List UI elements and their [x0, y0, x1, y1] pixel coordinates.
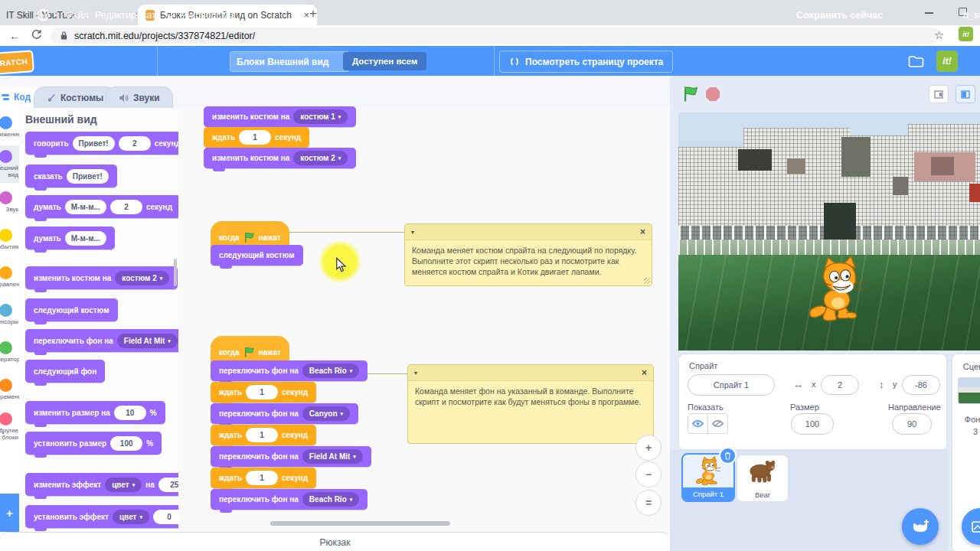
- collapse-caret-icon[interactable]: ▾: [411, 229, 414, 236]
- show-hidden-button[interactable]: [708, 413, 728, 434]
- block-input[interactable]: 1: [246, 385, 278, 399]
- palette-scrollbar[interactable]: [174, 259, 177, 286]
- comment-header[interactable]: ▾ ×: [405, 224, 652, 240]
- window-minimize-button[interactable]: [925, 12, 933, 14]
- zoom-reset-button[interactable]: =: [635, 490, 662, 516]
- zoom-in-button[interactable]: +: [635, 435, 662, 461]
- scratch-logo[interactable]: RATCH: [0, 50, 34, 75]
- delete-sprite-button[interactable]: [719, 447, 737, 465]
- block-input[interactable]: М-м-м...: [65, 231, 106, 246]
- comment-header[interactable]: ▾ ×: [408, 365, 653, 381]
- sprite-name-input[interactable]: Спрайт 1: [688, 374, 775, 396]
- small-stage-button[interactable]: [929, 85, 949, 103]
- palette-block-switch-costume[interactable]: изменить костюм на костюм 2▾: [25, 266, 178, 289]
- palette-block-change-effect[interactable]: изменить эффект цвет▾ на 25: [25, 473, 199, 496]
- horizontal-scrollbar[interactable]: [270, 521, 450, 526]
- backpack-bar[interactable]: Рюкзак: [0, 532, 670, 551]
- block-dropdown[interactable]: Field At Mit▾: [117, 334, 178, 348]
- block-input[interactable]: Привет!: [67, 169, 109, 184]
- block-dropdown[interactable]: костюм 2▾: [115, 271, 169, 285]
- large-stage-button[interactable]: [956, 85, 975, 103]
- script-block-wait[interactable]: ждать 1 секунд: [211, 468, 316, 488]
- stage-thumbnail[interactable]: [958, 377, 980, 404]
- block-input[interactable]: 1: [246, 428, 278, 442]
- palette-block-next-backdrop[interactable]: следующий фон: [25, 360, 105, 383]
- category-motion[interactable]: Движение: [0, 108, 19, 145]
- script-block-switch-backdrop-4[interactable]: переключить фон на Beach Rio▾: [211, 489, 368, 510]
- close-icon[interactable]: ×: [640, 227, 645, 237]
- category-variables[interactable]: Переменные: [0, 370, 19, 408]
- block-input[interactable]: Привет!: [73, 136, 115, 151]
- block-input[interactable]: 100: [110, 436, 142, 451]
- palette-block-change-size[interactable]: изменить размер на 10 %: [25, 401, 165, 424]
- category-operators[interactable]: Операторы: [0, 333, 19, 370]
- menu-tutorials[interactable]: Руководства: [165, 0, 236, 30]
- block-input[interactable]: 10: [114, 406, 146, 420]
- new-tab-button[interactable]: +: [309, 6, 317, 21]
- category-events[interactable]: События: [0, 220, 19, 258]
- project-title-input[interactable]: Блоки Внешний вид: [230, 51, 349, 72]
- block-dropdown[interactable]: Field At Mit▾: [302, 449, 363, 464]
- menu-edit[interactable]: Редактировать: [95, 0, 161, 30]
- collapse-caret-icon[interactable]: ▾: [414, 370, 417, 377]
- block-input[interactable]: 2: [119, 136, 151, 151]
- show-visible-button[interactable]: [688, 413, 708, 434]
- script-block-switch-costume-2[interactable]: изменить костюм на костюм 2▾: [204, 148, 356, 168]
- block-input[interactable]: М-м-м...: [65, 200, 106, 214]
- comment-resize-handle[interactable]: [644, 278, 650, 284]
- folder-icon[interactable]: [907, 54, 925, 68]
- palette-block-set-size[interactable]: установить размер 100 %: [25, 432, 162, 455]
- shared-status-button[interactable]: Доступен всем: [343, 52, 426, 70]
- green-flag-button[interactable]: [682, 85, 699, 103]
- see-project-page-button[interactable]: Посмотреть страницу проекта: [499, 51, 673, 73]
- tab-sounds[interactable]: Звуки: [106, 86, 173, 109]
- palette-block-set-effect[interactable]: установить эффект цвет▾ 0: [25, 505, 194, 528]
- palette-block-say-seconds[interactable]: говорить Привет! 2 секунд: [25, 132, 189, 155]
- comment-text[interactable]: Команда меняет костюм спрайта на следующ…: [405, 240, 652, 281]
- palette-block-think-seconds[interactable]: думать М-м-м... 2 секунд: [25, 195, 181, 218]
- comment-text[interactable]: Команда меняет фон на указанный в команд…: [408, 381, 653, 410]
- palette-block-think[interactable]: думать М-м-м...: [25, 227, 115, 249]
- script-block-switch-backdrop-3[interactable]: переключить фон на Field At Mit▾: [211, 446, 371, 467]
- cat-sprite[interactable]: [806, 255, 867, 325]
- url-bar[interactable]: scratch.mit.edu/projects/337874821/edito…: [51, 28, 940, 44]
- tab-costumes[interactable]: Костюмы: [34, 86, 116, 109]
- script-block-wait[interactable]: ждать 1 секунд: [204, 127, 309, 148]
- user-avatar[interactable]: it!: [936, 51, 958, 72]
- language-selector[interactable]: ▾: [37, 0, 57, 30]
- palette-block-next-costume[interactable]: следующий костюм: [25, 298, 118, 321]
- username[interactable]: it_sk: [963, 0, 980, 30]
- palette-block-switch-backdrop[interactable]: переключить фон на Field At Mit▾: [25, 329, 186, 352]
- category-sensing[interactable]: Сенсоры: [0, 295, 19, 333]
- category-looks[interactable]: Внешний вид: [0, 145, 19, 183]
- script-comment-2[interactable]: ▾ × Команда меняет фон на указанный в ко…: [407, 364, 654, 444]
- menu-file[interactable]: Файл: [65, 0, 89, 30]
- add-sprite-button[interactable]: [902, 508, 939, 545]
- bookmark-star-icon[interactable]: ☆: [934, 28, 944, 42]
- script-comment-1[interactable]: ▾ × Команда меняет костюм спрайта на сле…: [404, 223, 652, 286]
- block-input[interactable]: 1: [246, 471, 278, 485]
- script-block-next-costume[interactable]: следующий костюм: [211, 245, 303, 266]
- palette-block-say[interactable]: сказать Привет!: [25, 165, 117, 187]
- block-dropdown[interactable]: Canyon▾: [302, 406, 350, 421]
- script-block-switch-costume-1[interactable]: изменить костюм на костюм 1▾: [204, 106, 356, 127]
- x-input[interactable]: 2: [821, 375, 859, 395]
- refresh-icon[interactable]: [31, 29, 42, 41]
- block-dropdown[interactable]: костюм 1▾: [293, 109, 348, 124]
- back-icon[interactable]: ←: [9, 29, 21, 42]
- block-input[interactable]: 2: [110, 200, 142, 214]
- save-now-button[interactable]: Сохранить сейчас: [796, 0, 883, 30]
- category-sound[interactable]: Звук: [0, 183, 19, 220]
- script-block-wait[interactable]: ждать 1 секунд: [211, 382, 316, 403]
- block-dropdown[interactable]: Beach Rio▾: [302, 492, 359, 507]
- close-icon[interactable]: ×: [303, 9, 309, 21]
- block-input[interactable]: 1: [239, 130, 271, 145]
- block-dropdown[interactable]: цвет▾: [113, 510, 149, 524]
- category-control[interactable]: Управление: [0, 258, 19, 295]
- close-icon[interactable]: ×: [642, 367, 647, 378]
- category-myblocks[interactable]: Другие блоки: [0, 408, 19, 445]
- block-dropdown[interactable]: костюм 2▾: [293, 151, 348, 165]
- stop-button[interactable]: [705, 86, 720, 102]
- add-extension-button[interactable]: +: [0, 494, 19, 532]
- script-block-wait[interactable]: ждать 1 секунд: [211, 425, 316, 445]
